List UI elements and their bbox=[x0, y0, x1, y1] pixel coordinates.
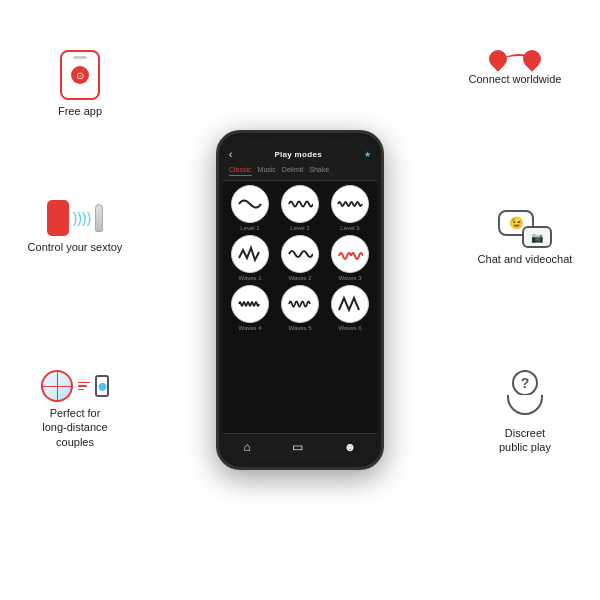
pin-right-icon bbox=[523, 50, 541, 68]
mode-circle-level3 bbox=[331, 185, 369, 223]
mode-label-waves4: Waves 4 bbox=[238, 325, 261, 331]
wave-icon-level3 bbox=[337, 194, 363, 214]
mode-circle-level1 bbox=[231, 185, 269, 223]
mode-waves6[interactable]: Waves 6 bbox=[327, 285, 373, 331]
camera-icon: 📷 bbox=[531, 232, 543, 243]
tabs-bar: Classic Music Delimit Shake bbox=[223, 164, 377, 181]
mode-label-waves3: Waves 3 bbox=[338, 275, 361, 281]
wave-icon-waves1 bbox=[237, 244, 263, 264]
screen-footer: ⌂ ▭ ☻ bbox=[223, 433, 377, 459]
mode-waves4[interactable]: Waves 4 bbox=[227, 285, 273, 331]
mode-label-waves6: Waves 6 bbox=[338, 325, 361, 331]
worldwide-label: Connect worldwide bbox=[469, 72, 562, 86]
chat-footer-icon[interactable]: ▭ bbox=[292, 440, 303, 454]
mode-waves2[interactable]: Waves 2 bbox=[277, 235, 323, 281]
wave-icon-waves6 bbox=[337, 294, 363, 314]
tab-music[interactable]: Music bbox=[258, 166, 276, 176]
free-app-icon-area bbox=[60, 50, 100, 100]
bt-small-icon: ⬤ bbox=[98, 382, 107, 391]
control-label: Control your sextoy bbox=[28, 240, 123, 254]
mode-circle-waves5 bbox=[281, 285, 319, 323]
mode-level1[interactable]: Level 1 bbox=[227, 185, 273, 231]
signal-line-3 bbox=[78, 389, 84, 391]
mini-phone2-icon: ⬤ bbox=[95, 375, 109, 397]
person-body-icon bbox=[507, 395, 543, 415]
phone-notch bbox=[275, 133, 325, 145]
couples-label: Perfect for long-distance couples bbox=[42, 406, 107, 449]
mode-level2[interactable]: Level 2 bbox=[277, 185, 323, 231]
mode-label-waves5: Waves 5 bbox=[288, 325, 311, 331]
tab-delimit[interactable]: Delimit bbox=[282, 166, 303, 176]
mode-label-level3: Level 3 bbox=[340, 225, 359, 231]
mode-waves5[interactable]: Waves 5 bbox=[277, 285, 323, 331]
wave-icon-waves3 bbox=[337, 244, 363, 264]
person-silhouette-icon: ? bbox=[503, 370, 547, 422]
wave-icon-waves4 bbox=[237, 294, 263, 314]
bt-waves-icon: )))) bbox=[73, 210, 92, 226]
mode-circle-waves3 bbox=[331, 235, 369, 273]
phone-screen: ‹ Play modes ★ Classic Music Delimit Sha… bbox=[223, 141, 377, 459]
mode-circle-waves4 bbox=[231, 285, 269, 323]
chat-bubbles-icon: 😉 📷 bbox=[498, 210, 552, 248]
wave-icon-level1 bbox=[237, 194, 263, 214]
worldwide-pins-icon bbox=[489, 50, 541, 68]
bluetooth-icon: ★ bbox=[364, 150, 371, 159]
free-app-label: Free app bbox=[58, 104, 102, 118]
signal-line-2 bbox=[78, 385, 87, 387]
screen-title: Play modes bbox=[274, 150, 321, 159]
mode-waves3[interactable]: Waves 3 bbox=[327, 235, 373, 281]
mode-circle-waves2 bbox=[281, 235, 319, 273]
app-phone-icon bbox=[60, 50, 100, 100]
home-icon[interactable]: ⌂ bbox=[244, 440, 251, 454]
globe-icon bbox=[41, 370, 73, 402]
couples-icon-area: ⬤ bbox=[41, 370, 109, 402]
tab-classic[interactable]: Classic bbox=[229, 166, 252, 176]
discreet-icon-area: ? bbox=[503, 370, 547, 422]
person-head-icon: ? bbox=[512, 370, 538, 396]
mode-circle-level2 bbox=[281, 185, 319, 223]
tab-shake[interactable]: Shake bbox=[309, 166, 329, 176]
phone-mockup: ‹ Play modes ★ Classic Music Delimit Sha… bbox=[216, 130, 384, 470]
feature-worldwide: Connect worldwide bbox=[460, 50, 570, 86]
mode-label-waves1: Waves 1 bbox=[238, 275, 261, 281]
feature-discreet: ? Discreet public play bbox=[470, 370, 580, 455]
feature-couples: ⬤ Perfect for long-distance couples bbox=[20, 370, 130, 449]
signal-line-1 bbox=[78, 382, 90, 384]
phone-body: ‹ Play modes ★ Classic Music Delimit Sha… bbox=[216, 130, 384, 470]
chat-bubble2-icon: 📷 bbox=[522, 226, 552, 248]
feature-control: )))) Control your sextoy bbox=[20, 200, 130, 254]
discreet-label: Discreet public play bbox=[499, 426, 551, 455]
worldwide-icon-area bbox=[489, 50, 541, 68]
mode-label-level1: Level 1 bbox=[240, 225, 259, 231]
chat-icon-area: 😉 📷 bbox=[498, 210, 552, 248]
mode-circle-waves1 bbox=[231, 235, 269, 273]
mode-circle-waves6 bbox=[331, 285, 369, 323]
person-icon[interactable]: ☻ bbox=[344, 440, 357, 454]
back-arrow-icon[interactable]: ‹ bbox=[229, 149, 232, 160]
toy-icon bbox=[95, 204, 103, 232]
wave-icon-waves2 bbox=[287, 244, 313, 264]
control-icon-area: )))) bbox=[47, 200, 104, 236]
feature-chat: 😉 📷 Chat and videochat bbox=[470, 210, 580, 266]
app-logo-circle bbox=[71, 66, 89, 84]
mode-label-level2: Level 2 bbox=[290, 225, 309, 231]
mini-phone-icon bbox=[47, 200, 69, 236]
feature-free-app: Free app bbox=[30, 50, 130, 118]
mode-label-waves2: Waves 2 bbox=[288, 275, 311, 281]
mode-waves1[interactable]: Waves 1 bbox=[227, 235, 273, 281]
question-mark-icon: ? bbox=[521, 375, 530, 391]
wave-icon-level2 bbox=[287, 194, 313, 214]
wave-icon-waves5 bbox=[287, 294, 313, 314]
bt-control-icon: )))) bbox=[47, 200, 104, 236]
couples-icon: ⬤ bbox=[41, 370, 109, 402]
smiley-icon: 😉 bbox=[509, 216, 524, 230]
modes-grid: Level 1 Level 2 bbox=[223, 181, 377, 335]
signal-lines-icon bbox=[78, 382, 90, 391]
chat-label: Chat and videochat bbox=[478, 252, 573, 266]
mode-level3[interactable]: Level 3 bbox=[327, 185, 373, 231]
